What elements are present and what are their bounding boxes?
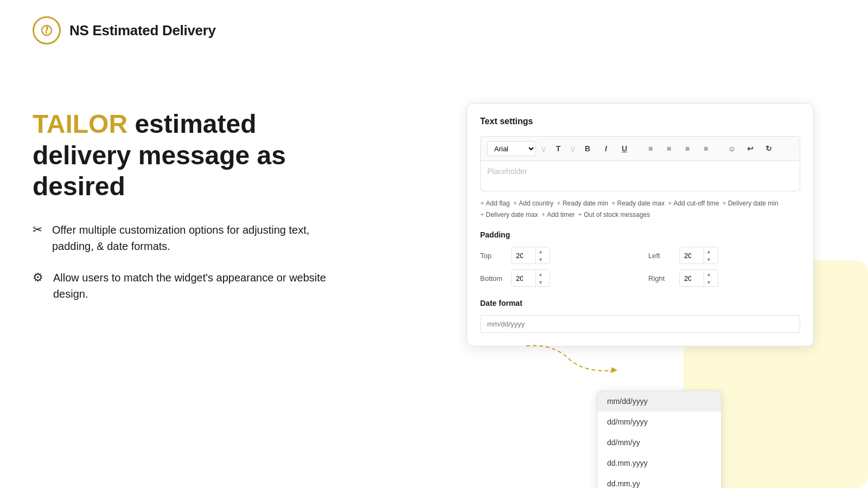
feature-text-1: Offer multiple customization options for… — [52, 222, 347, 254]
padding-right-row: Right ▲ ▼ — [648, 269, 800, 287]
headline-highlight: TAILOR — [33, 110, 127, 138]
date-format-input[interactable] — [480, 315, 800, 333]
toolbar-separator-2: ∨ — [570, 144, 576, 154]
padding-left-input[interactable] — [680, 249, 704, 262]
padding-bottom-up[interactable]: ▲ — [536, 270, 545, 278]
add-timer-btn[interactable]: + Add timer — [541, 210, 575, 219]
padding-left-down[interactable]: ▼ — [704, 255, 713, 264]
toolbar-separator-1: ∨ — [540, 144, 547, 154]
add-out-of-stock-btn[interactable]: + Out of stock messages — [578, 210, 650, 219]
add-country-btn[interactable]: + Add country — [513, 199, 554, 207]
card-title: Text settings — [480, 117, 800, 126]
dropdown-item-mm-dd-yyyy[interactable]: mm/dd/yyyy — [597, 391, 721, 412]
padding-grid: Top ▲ ▼ Left ▲ ▼ — [480, 247, 800, 287]
svg-marker-1 — [610, 367, 617, 373]
bold-btn[interactable]: B — [580, 142, 595, 156]
padding-left-input-wrap: ▲ ▼ — [679, 247, 718, 264]
font-select[interactable]: Arial — [487, 141, 536, 156]
settings-icon: ⚙ — [33, 271, 43, 285]
add-cutoff-time-btn[interactable]: + Add cut-off time — [668, 199, 719, 207]
padding-top-input[interactable] — [512, 249, 535, 262]
underline-btn[interactable]: U — [617, 142, 631, 156]
logo — [33, 16, 61, 44]
padding-bottom-down[interactable]: ▼ — [536, 278, 545, 286]
add-ready-date-min-btn[interactable]: + Ready date min — [557, 199, 608, 207]
dropdown-item-dd-dot-mm-yyyy[interactable]: dd.mm.yyyy — [597, 453, 721, 473]
padding-bottom-label: Bottom — [480, 274, 505, 282]
padding-right-spinners: ▲ ▼ — [704, 270, 713, 286]
padding-bottom-input-wrap: ▲ ▼ — [511, 269, 550, 287]
feature-item-2: ⚙ Allow users to match the widget's appe… — [33, 269, 347, 302]
italic-btn[interactable]: I — [599, 142, 613, 156]
right-panel: Text settings Arial ∨ T ∨ B I U ≡ ≡ ≡ ≡ … — [467, 103, 835, 346]
padding-left-up[interactable]: ▲ — [704, 247, 713, 255]
text-editor-area[interactable]: Placeholder — [480, 161, 800, 191]
padding-bottom-row: Bottom ▲ ▼ — [480, 269, 632, 287]
tags-row-2: + Delivery date max + Add timer + Out of… — [480, 210, 800, 219]
padding-right-up[interactable]: ▲ — [704, 270, 713, 278]
padding-top-spinners: ▲ ▼ — [535, 247, 545, 264]
scissors-icon: ✂ — [33, 223, 42, 237]
font-size-btn[interactable]: T — [551, 142, 565, 156]
undo-btn[interactable]: ↩ — [743, 142, 757, 156]
feature-text-2: Allow users to match the widget's appear… — [53, 269, 347, 302]
settings-card: Text settings Arial ∨ T ∨ B I U ≡ ≡ ≡ ≡ … — [467, 103, 814, 346]
add-delivery-date-min-btn[interactable]: + Delivery date min — [722, 199, 778, 207]
text-toolbar: Arial ∨ T ∨ B I U ≡ ≡ ≡ ≡ ☺ ↩ ↻ — [480, 136, 800, 161]
features-list: ✂ Offer multiple customization options f… — [33, 222, 347, 302]
emoji-btn[interactable]: ☺ — [725, 142, 739, 156]
padding-top-row: Top ▲ ▼ — [480, 247, 632, 264]
align-left-btn[interactable]: ≡ — [643, 142, 658, 156]
dropdown-item-dd-mm-yyyy[interactable]: dd/mm/yyyy — [597, 412, 721, 432]
padding-bottom-input[interactable] — [512, 272, 535, 285]
align-center-btn[interactable]: ≡ — [662, 142, 676, 156]
add-flag-btn[interactable]: + Add flag — [480, 199, 510, 207]
dropdown-item-dd-dot-mm-yy[interactable]: dd.mm.yy — [597, 473, 721, 488]
left-panel: TAILOR estimated delivery message as des… — [33, 108, 347, 302]
tags-row: + Add flag + Add country + Ready date mi… — [480, 199, 800, 207]
date-format-dropdown[interactable]: mm/dd/yyyy dd/mm/yyyy dd/mm/yy dd.mm.yyy… — [597, 390, 722, 488]
padding-right-label: Right — [648, 274, 673, 282]
padding-top-down[interactable]: ▼ — [536, 255, 545, 264]
redo-btn[interactable]: ↻ — [762, 142, 776, 156]
padding-top-input-wrap: ▲ ▼ — [511, 247, 550, 264]
align-right-btn[interactable]: ≡ — [680, 142, 694, 156]
padding-left-spinners: ▲ ▼ — [704, 247, 713, 264]
editor-placeholder: Placeholder — [487, 167, 527, 176]
dropdown-item-dd-mm-yy[interactable]: dd/mm/yy — [597, 432, 721, 453]
padding-left-label: Left — [648, 252, 673, 260]
add-ready-date-max-btn[interactable]: + Ready date max — [611, 199, 665, 207]
padding-top-up[interactable]: ▲ — [536, 247, 545, 255]
brand-name: NS Estimated Delivery — [69, 22, 216, 39]
padding-bottom-spinners: ▲ ▼ — [535, 270, 545, 286]
add-delivery-date-max-btn[interactable]: + Delivery date max — [480, 210, 538, 219]
padding-right-input[interactable] — [680, 272, 704, 285]
date-format-section-title: Date format — [480, 299, 800, 307]
feature-item-1: ✂ Offer multiple customization options f… — [33, 222, 347, 254]
align-justify-btn[interactable]: ≡ — [699, 142, 713, 156]
padding-section-title: Padding — [480, 230, 800, 239]
logo-icon — [40, 23, 54, 37]
arrow-decoration — [521, 341, 629, 378]
padding-top-label: Top — [480, 252, 505, 260]
padding-right-input-wrap: ▲ ▼ — [679, 269, 718, 287]
headline: TAILOR estimated delivery message as des… — [33, 108, 347, 202]
header: NS Estimated Delivery — [0, 0, 868, 61]
padding-right-down[interactable]: ▼ — [704, 278, 713, 286]
padding-left-row: Left ▲ ▼ — [648, 247, 800, 264]
